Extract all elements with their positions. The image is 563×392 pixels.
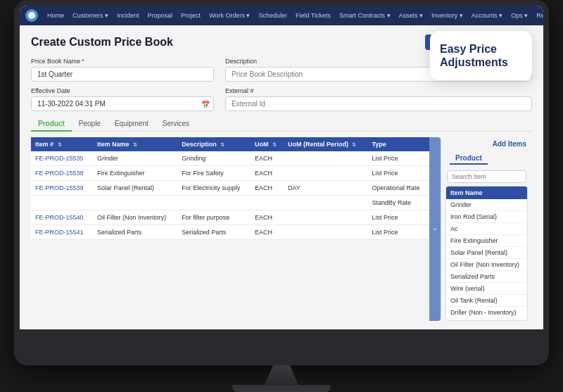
tab-equipment[interactable]: Equipment [108,117,156,132]
col-type: Type [368,137,429,151]
tab-product[interactable]: Product [31,117,72,132]
nav-incident[interactable]: Incident [115,11,141,20]
stand-neck [260,365,303,385]
item-link[interactable]: FE-PROD-15538 [35,170,84,177]
data-table: Item # ⇅ Item Name ⇅ Description ⇅ UoM ⇅… [31,137,429,240]
sort-icon: ⇅ [58,142,62,148]
list-item[interactable]: Oil Tank (Rental) [446,295,527,307]
effective-date-label: Effective Date [31,87,214,94]
item-link[interactable]: FE-PROD-15540 [35,214,84,221]
add-items-tab-product[interactable]: Product [450,153,488,165]
table-row: FE-PROD-15538 Fire Extinguisher For Fire… [31,166,429,181]
item-name: Fire Extinguisher [93,166,177,181]
navbar: Home Customers Incident Proposal Project… [20,6,543,25]
monitor: Home Customers Incident Proposal Project… [14,0,549,365]
toggle-icon: › [431,228,439,230]
table-row: FE-PROD-15541 Serialized Parts Serialize… [31,225,429,240]
svg-point-0 [28,12,35,19]
nav-proposal[interactable]: Proposal [146,11,175,20]
table-row: FE-PROD-15535 Grinder Grinding EACH List… [31,151,429,166]
item-name: Oil Filter (Non Inventory) [93,210,177,225]
app-logo [25,9,38,22]
item-type: Operational Rate [368,181,429,196]
item-link[interactable]: FE-PROD-15539 [35,184,84,191]
external-label: External # [225,87,532,94]
item-name: Serialized Parts [93,225,177,240]
calendar-icon[interactable]: 📅 [201,100,210,108]
table-row: FE-PROD-15540 Oil Filter (Non Inventory)… [31,210,429,225]
col-uom: UoM ⇅ [251,137,284,151]
tab-services[interactable]: Services [156,117,196,132]
item-type2: StandBy Rate [368,196,429,210]
effective-date-group: Effective Date 📅 [31,87,214,111]
item-uom-rental [284,210,368,225]
item-name: Solar Panel (Rental) [93,181,177,196]
page-title: Create Custom Price Book [31,36,173,49]
list-item[interactable]: Oil Filter (Non Inventory) [446,259,527,271]
item-link[interactable]: FE-PROD-15535 [35,155,84,162]
col-item-name: Item Name ⇅ [93,137,177,151]
search-item-input[interactable] [447,170,526,183]
items-list-body: GrinderIron Rod (Serial)AcFire Extinguis… [446,199,527,319]
nav-reports[interactable]: Reports [534,11,543,20]
nav-accounts[interactable]: Accounts [469,11,505,20]
list-item[interactable]: Driller (Non - Inventory) [446,307,527,319]
item-uom-rental [284,166,368,181]
sort-icon-2: ⇅ [133,142,137,148]
nav-fieldtickets[interactable]: Field Tickets [293,11,333,20]
promo-card: Easy Price Adjustments [430,31,532,80]
item-desc: For Fire Safety [177,166,251,181]
nav-customers[interactable]: Customers [70,11,110,20]
list-item[interactable]: Wire (serial) [446,283,527,295]
item-desc: For filter purpose [177,210,251,225]
item-uom: EACH [251,181,284,196]
item-uom-rental [284,225,368,240]
list-item[interactable]: Grinder [446,199,527,211]
item-name: Grinder [93,151,177,166]
sidebar-toggle[interactable]: › [429,137,441,321]
item-uom: EACH [251,225,284,240]
list-item[interactable]: Fire Extinguisher [446,235,527,247]
item-uom-rental [284,151,368,166]
item-type: List Price [368,210,429,225]
item-uom: EACH [251,210,284,225]
item-type: List Price [368,151,429,166]
list-item[interactable]: Solar Panel (Rental) [446,247,527,259]
item-uom: EACH [251,166,284,181]
promo-title: Easy Price Adjustments [440,42,522,69]
nav-home[interactable]: Home [45,11,66,20]
list-item[interactable]: Iron Rod (Serial) [446,211,527,223]
sort-icon-3: ⇅ [220,142,224,148]
nav-workorders[interactable]: Work Orders [207,11,252,20]
col-description: Description ⇅ [177,137,251,151]
item-desc: Grinding [177,151,251,166]
stand-base [232,385,331,392]
items-list-header: Item Name [446,186,527,199]
nav-smartcontracts[interactable]: Smart Contracts [337,11,393,20]
nav-assets[interactable]: Assets [397,11,426,20]
form-row-2: Effective Date 📅 External # [31,87,532,111]
tab-people[interactable]: People [72,117,108,132]
item-link[interactable]: FE-PROD-15541 [35,229,84,236]
add-items-panel: Add Items Product Item Name GrinderIron … [441,137,532,321]
price-book-name-group: Price Book Name* [31,58,214,82]
external-input[interactable] [225,96,532,111]
tabs-row: Product People Equipment Services [31,117,532,132]
nav-ops[interactable]: Ops [509,11,530,20]
item-uom-rental: DAY [284,181,368,196]
date-wrapper: 📅 [31,96,214,111]
price-book-name-input[interactable] [31,67,214,82]
item-desc: For Electricity supply [177,181,251,196]
price-book-name-label: Price Book Name* [31,58,214,65]
list-item[interactable]: Ac [446,223,527,235]
table-row: FE-PROD-15539 Solar Panel (Rental) For E… [31,181,429,196]
list-item[interactable]: Serialized Parts [446,271,527,283]
nav-inventory[interactable]: Inventory [429,11,465,20]
table-area: Item # ⇅ Item Name ⇅ Description ⇅ UoM ⇅… [31,137,429,321]
nav-project[interactable]: Project [179,11,203,20]
effective-date-input[interactable] [31,96,214,111]
col-item-num: Item # ⇅ [31,137,93,151]
nav-scheduler[interactable]: Scheduler [256,11,289,20]
nav-items: Home Customers Incident Proposal Project… [45,11,543,20]
item-uom: EACH [251,151,284,166]
